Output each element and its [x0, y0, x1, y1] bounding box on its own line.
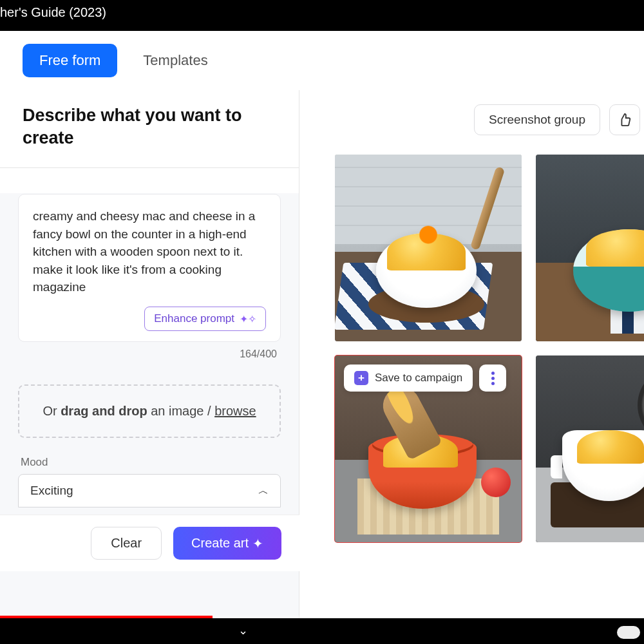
prompt-input[interactable]	[33, 207, 266, 298]
chevron-up-icon: ︿	[258, 484, 269, 498]
tab-templates[interactable]: Templates	[143, 52, 207, 69]
result-image-4[interactable]	[536, 355, 644, 542]
create-art-button[interactable]: Create art ✦	[173, 527, 281, 560]
autoplay-toggle[interactable]	[617, 626, 640, 639]
result-image-1[interactable]	[335, 155, 522, 341]
video-player-bar: ⌄	[0, 618, 644, 644]
result-image-3[interactable]: + Save to campaign	[335, 355, 522, 542]
chapter-chevron-icon[interactable]: ⌄	[238, 623, 248, 638]
drop-text-bold: drag and drop	[61, 404, 147, 418]
image-drop-zone[interactable]: Or drag and drop an image / browse	[18, 384, 281, 438]
video-title: her's Guide (2023)	[0, 5, 106, 19]
enhance-label: Enhance prompt	[154, 312, 234, 325]
action-bar: Clear Create art ✦	[0, 515, 299, 571]
thumbs-up-icon	[618, 113, 632, 127]
enhance-prompt-button[interactable]: Enhance prompt ✦✧	[144, 307, 266, 331]
mode-tabs: Free form Templates	[0, 31, 644, 90]
results-panel: Screenshot group	[299, 90, 644, 618]
clear-button[interactable]: Clear	[91, 527, 162, 560]
video-title-bar: her's Guide (2023)	[0, 0, 644, 31]
panel-heading: Describe what you want to create	[23, 104, 279, 149]
sparkle-icon: ✦	[252, 536, 263, 551]
results-grid: + Save to campaign	[299, 155, 644, 542]
more-options-button[interactable]	[479, 365, 506, 392]
screenshot-group-button[interactable]: Screenshot group	[474, 104, 600, 135]
progress-track[interactable]	[0, 616, 644, 618]
drop-text-mid: an image /	[147, 404, 215, 418]
save-to-campaign-button[interactable]: + Save to campaign	[344, 365, 473, 392]
plus-icon: +	[354, 371, 368, 385]
drop-text-prefix: Or	[43, 404, 61, 418]
save-label: Save to campaign	[375, 372, 462, 384]
kebab-icon	[491, 372, 495, 385]
mood-value: Exciting	[30, 484, 73, 498]
app-frame: Free form Templates Describe what you wa…	[0, 31, 644, 618]
progress-fill	[0, 616, 213, 618]
browse-link[interactable]: browse	[214, 404, 256, 418]
char-counter: 164/400	[18, 348, 281, 360]
sparkle-icon: ✦✧	[240, 313, 256, 325]
mood-field-label: Mood	[18, 456, 281, 469]
result-image-2[interactable]	[536, 155, 644, 341]
create-label: Create art	[191, 536, 249, 551]
mood-select[interactable]: Exciting ︿	[18, 474, 281, 507]
prompt-box: Enhance prompt ✦✧	[18, 194, 281, 342]
thumbs-up-button[interactable]	[609, 104, 640, 135]
tab-free-form[interactable]: Free form	[23, 44, 117, 77]
